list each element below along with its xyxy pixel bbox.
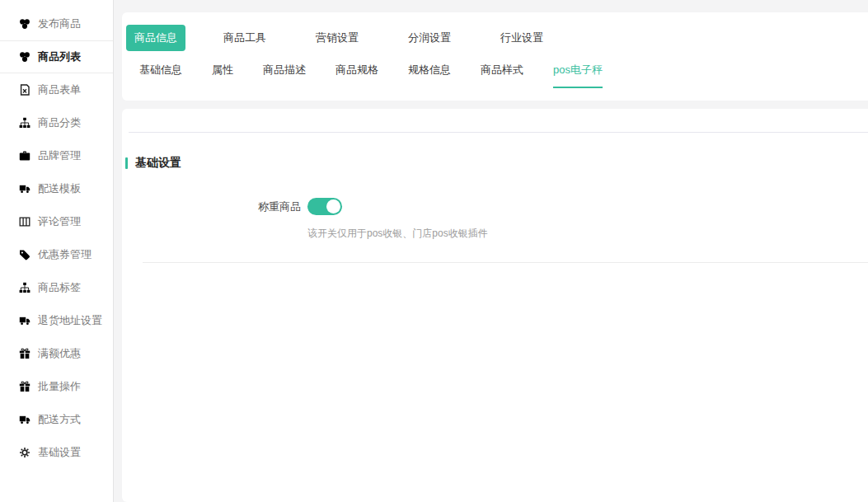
section-title-accent-bar [125, 157, 128, 169]
columns-icon [19, 216, 30, 228]
gift-icon [19, 381, 30, 392]
tabs-card: 商品信息 商品工具 营销设置 分润设置 行业设置 基础信息 属性 商品描述 商品… [122, 12, 868, 101]
truck-icon [19, 183, 30, 195]
subtab-product-specs[interactable]: 商品规格 [335, 63, 378, 88]
shapes-icon [19, 18, 30, 30]
tab-profit-settings[interactable]: 分润设置 [408, 30, 451, 45]
sidebar-item-delivery-template[interactable]: 配送模板 [0, 172, 113, 205]
sidebar-item-review-management[interactable]: 评论管理 [0, 205, 113, 238]
truck-icon [19, 315, 30, 326]
sidebar-item-label: 配送模板 [38, 181, 81, 196]
app-window: 发布商品 商品列表 商品表单 商品分类 品牌管理 配送模板 评论管理 优惠券管 [0, 0, 868, 502]
subtab-product-style[interactable]: 商品样式 [481, 63, 523, 88]
sidebar-item-coupon-management[interactable]: 优惠券管理 [0, 238, 113, 271]
sidebar-item-product-form[interactable]: 商品表单 [0, 73, 113, 106]
sidebar-item-full-discount[interactable]: 满额优惠 [0, 337, 113, 370]
tab-product-tools[interactable]: 商品工具 [223, 30, 266, 45]
shapes-icon [19, 51, 30, 63]
sidebar-item-label: 配送方式 [38, 412, 81, 427]
sidebar-item-label: 优惠券管理 [38, 247, 91, 262]
sidebar-item-brand-management[interactable]: 品牌管理 [0, 139, 113, 172]
sidebar-item-product-tags[interactable]: 商品标签 [0, 271, 113, 304]
sidebar-item-product-category[interactable]: 商品分类 [0, 106, 113, 139]
truck-icon [19, 414, 30, 425]
sidebar-item-product-list[interactable]: 商品列表 [0, 40, 113, 73]
sidebar-item-label: 发布商品 [38, 16, 81, 31]
tab-marketing-settings[interactable]: 营销设置 [316, 30, 359, 45]
sidebar-item-basic-settings[interactable]: 基础设置 [0, 436, 113, 469]
weigh-product-helper-text: 该开关仅用于pos收银、门店pos收银插件 [307, 227, 868, 241]
tab-product-info[interactable]: 商品信息 [126, 25, 185, 51]
gear-icon [19, 447, 30, 458]
subtab-basic-info[interactable]: 基础信息 [139, 63, 182, 88]
content-header [129, 109, 868, 133]
subtab-spec-info[interactable]: 规格信息 [408, 63, 451, 88]
gift-icon [19, 348, 30, 359]
briefcase-icon [19, 150, 30, 162]
tag-icon [19, 249, 30, 260]
sidebar-item-label: 品牌管理 [38, 148, 81, 163]
section-title-basic-settings: 基础设置 [125, 156, 868, 171]
weigh-product-form-row: 称重商品 [122, 198, 868, 215]
sidebar-item-label: 退货地址设置 [38, 313, 102, 328]
content-divider [143, 262, 868, 263]
file-excel-icon [19, 84, 30, 96]
weigh-product-label: 称重商品 [122, 199, 301, 214]
main-area: 商品信息 商品工具 营销设置 分润设置 行业设置 基础信息 属性 商品描述 商品… [114, 0, 868, 502]
content-card: 基础设置 称重商品 该开关仅用于pos收银、门店pos收银插件 [122, 109, 868, 502]
sidebar-item-delivery-method[interactable]: 配送方式 [0, 403, 113, 436]
primary-tabs: 商品信息 商品工具 营销设置 分润设置 行业设置 [122, 12, 868, 51]
subtab-product-description[interactable]: 商品描述 [263, 63, 306, 88]
tab-industry-settings[interactable]: 行业设置 [500, 30, 543, 45]
sidebar-item-label: 商品表单 [38, 82, 81, 97]
sidebar-item-return-address-settings[interactable]: 退货地址设置 [0, 304, 113, 337]
secondary-tabs: 基础信息 属性 商品描述 商品规格 规格信息 商品样式 pos电子秤 [122, 51, 868, 88]
sidebar-item-batch-operations[interactable]: 批量操作 [0, 370, 113, 403]
sidebar-item-label: 批量操作 [38, 379, 81, 394]
sidebar-item-label: 商品列表 [38, 49, 81, 64]
section-title-text: 基础设置 [135, 156, 181, 171]
sitemap-icon [19, 282, 30, 293]
sidebar-item-label: 商品分类 [38, 115, 81, 130]
weigh-product-toggle[interactable] [307, 198, 342, 215]
sidebar-item-label: 评论管理 [38, 214, 81, 229]
subtab-attributes[interactable]: 属性 [212, 63, 233, 88]
subtab-pos-scale[interactable]: pos电子秤 [553, 63, 603, 88]
sidebar-item-label: 商品标签 [38, 280, 81, 295]
sidebar-item-publish-product[interactable]: 发布商品 [0, 7, 113, 40]
sitemap-icon [19, 117, 30, 129]
sidebar: 发布商品 商品列表 商品表单 商品分类 品牌管理 配送模板 评论管理 优惠券管 [0, 0, 114, 502]
sidebar-item-label: 满额优惠 [38, 346, 81, 361]
sidebar-item-label: 基础设置 [38, 445, 81, 460]
